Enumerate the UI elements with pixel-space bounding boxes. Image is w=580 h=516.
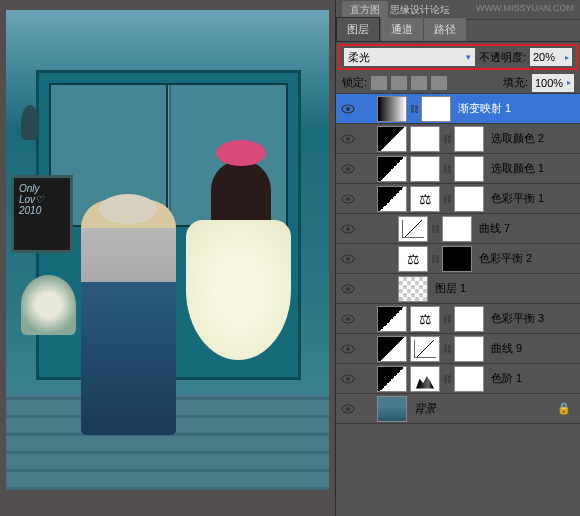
mask-link-icon[interactable]: ⛓	[443, 314, 451, 324]
photo-preview: Only Lov♡ 2010	[6, 10, 329, 490]
adjustment-thumb[interactable]: ⚖	[410, 306, 440, 332]
mask-link-icon[interactable]: ⛓	[431, 224, 439, 234]
layer-row[interactable]: ⛓曲线 7	[336, 214, 580, 244]
layer-row[interactable]: ⛓选取颜色 2	[336, 124, 580, 154]
layer-row[interactable]: ⛓曲线 9	[336, 334, 580, 364]
chevron-down-icon: ▾	[466, 52, 471, 62]
visibility-eye-icon[interactable]	[339, 250, 357, 268]
layer-mask-thumb[interactable]	[454, 186, 484, 212]
layer-thumb[interactable]	[377, 126, 407, 152]
adjustment-thumb[interactable]	[410, 336, 440, 362]
adjustment-thumb[interactable]	[377, 96, 407, 122]
layer-name[interactable]: 选取颜色 2	[487, 131, 544, 146]
visibility-eye-icon[interactable]	[339, 370, 357, 388]
mask-link-icon[interactable]: ⛓	[443, 374, 451, 384]
layer-name[interactable]: 色彩平衡 3	[487, 311, 544, 326]
layer-name[interactable]: 曲线 9	[487, 341, 522, 356]
lock-transparency-icon[interactable]	[371, 76, 387, 90]
mask-link-icon[interactable]: ⛓	[410, 104, 418, 114]
layer-row[interactable]: ⛓色阶 1	[336, 364, 580, 394]
layer-mask-thumb[interactable]	[454, 126, 484, 152]
adjustment-thumb[interactable]	[398, 216, 428, 242]
layer-name[interactable]: 渐变映射 1	[454, 101, 511, 116]
visibility-eye-icon[interactable]	[339, 400, 357, 418]
fill-input[interactable]: 100% ▸	[532, 74, 574, 92]
visibility-eye-icon[interactable]	[339, 310, 357, 328]
fill-arrow-icon: ▸	[567, 78, 571, 87]
adjustment-thumb[interactable]	[377, 396, 407, 422]
svg-point-17	[346, 347, 350, 351]
adjustment-thumb[interactable]: ⚖	[410, 186, 440, 212]
canvas-area: Only Lov♡ 2010	[0, 0, 335, 516]
layer-thumb[interactable]	[377, 366, 407, 392]
adjustment-thumb[interactable]	[410, 126, 440, 152]
visibility-eye-icon[interactable]	[339, 220, 357, 238]
layer-name[interactable]: 色阶 1	[487, 371, 522, 386]
svg-point-3	[346, 137, 350, 141]
visibility-eye-icon[interactable]	[339, 340, 357, 358]
lock-all-icon[interactable]	[431, 76, 447, 90]
visibility-eye-icon[interactable]	[339, 190, 357, 208]
layer-mask-thumb[interactable]	[454, 306, 484, 332]
layer-mask-thumb[interactable]	[421, 96, 451, 122]
svg-point-21	[346, 407, 350, 411]
layer-thumb[interactable]	[377, 156, 407, 182]
layer-thumb[interactable]	[377, 306, 407, 332]
layer-thumb[interactable]	[377, 336, 407, 362]
mask-link-icon[interactable]: ⛓	[443, 164, 451, 174]
layer-mask-thumb[interactable]	[442, 216, 472, 242]
blend-mode-value: 柔光	[348, 50, 370, 65]
fill-value: 100%	[535, 77, 563, 89]
mask-link-icon[interactable]: ⛓	[443, 194, 451, 204]
mask-link-icon[interactable]: ⛓	[443, 134, 451, 144]
layer-name[interactable]: 图层 1	[431, 281, 466, 296]
layer-mask-thumb[interactable]	[454, 156, 484, 182]
svg-point-1	[346, 107, 350, 111]
adjustment-thumb[interactable]	[410, 366, 440, 392]
layer-row[interactable]: ⛓渐变映射 1	[336, 94, 580, 124]
tab-paths[interactable]: 路径	[424, 18, 466, 41]
layer-row[interactable]: ⚖⛓色彩平衡 2	[336, 244, 580, 274]
layer-thumb[interactable]	[377, 186, 407, 212]
tab-layers[interactable]: 图层	[336, 17, 380, 41]
opacity-input[interactable]: 20% ▸	[530, 48, 572, 66]
opacity-label: 不透明度:	[479, 50, 526, 65]
adjustment-thumb[interactable]	[410, 156, 440, 182]
visibility-eye-icon[interactable]	[339, 160, 357, 178]
lock-label: 锁定:	[342, 75, 367, 90]
layer-name[interactable]: 色彩平衡 2	[475, 251, 532, 266]
adjustment-thumb[interactable]: ⚖	[398, 246, 428, 272]
layer-row[interactable]: 背景🔒	[336, 394, 580, 424]
layer-name[interactable]: 色彩平衡 1	[487, 191, 544, 206]
layer-name[interactable]: 背景	[410, 401, 436, 416]
layers-list: ⛓渐变映射 1⛓选取颜色 2⛓选取颜色 1⚖⛓色彩平衡 1⛓曲线 7⚖⛓色彩平衡…	[336, 94, 580, 516]
layer-mask-thumb[interactable]	[454, 336, 484, 362]
layer-row[interactable]: 图层 1	[336, 274, 580, 304]
layer-mask-thumb[interactable]	[442, 246, 472, 272]
visibility-eye-icon[interactable]	[339, 100, 357, 118]
svg-point-9	[346, 227, 350, 231]
forum-label: 思缘设计论坛	[390, 3, 450, 17]
layer-row[interactable]: ⛓选取颜色 1	[336, 154, 580, 184]
svg-point-15	[346, 317, 350, 321]
adjustment-thumb[interactable]	[398, 276, 428, 302]
layer-row[interactable]: ⚖⛓色彩平衡 3	[336, 304, 580, 334]
lock-pixels-icon[interactable]	[391, 76, 407, 90]
svg-point-11	[346, 257, 350, 261]
blend-opacity-row: 柔光 ▾ 不透明度: 20% ▸	[338, 44, 578, 70]
layer-name[interactable]: 曲线 7	[475, 221, 510, 236]
layer-name[interactable]: 选取颜色 1	[487, 161, 544, 176]
layer-mask-thumb[interactable]	[454, 366, 484, 392]
lock-icon: 🔒	[557, 402, 571, 415]
histogram-tab[interactable]: 直方图	[342, 1, 388, 19]
mask-link-icon[interactable]: ⛓	[443, 344, 451, 354]
layer-row[interactable]: ⚖⛓色彩平衡 1	[336, 184, 580, 214]
visibility-eye-icon[interactable]	[339, 130, 357, 148]
lock-position-icon[interactable]	[411, 76, 427, 90]
mask-link-icon[interactable]: ⛓	[431, 254, 439, 264]
opacity-arrow-icon: ▸	[565, 53, 569, 62]
tab-channels[interactable]: 通道	[381, 18, 423, 41]
layers-panel: 直方图 思缘设计论坛 WWW.MISSYUAN.COM 图层 通道 路径 柔光 …	[335, 0, 580, 516]
visibility-eye-icon[interactable]	[339, 280, 357, 298]
blend-mode-select[interactable]: 柔光 ▾	[344, 48, 475, 66]
